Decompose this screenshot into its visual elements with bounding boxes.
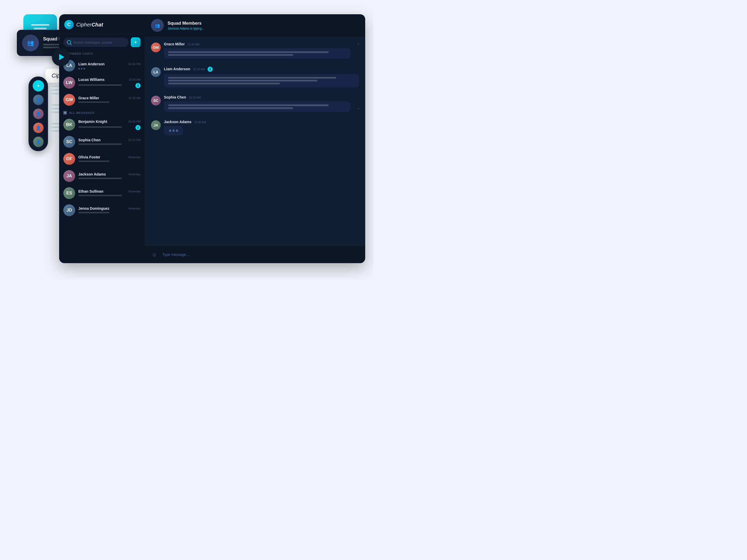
new-chat-button[interactable]: +: [131, 37, 140, 47]
chat-preview-ethan: [78, 195, 122, 196]
chat-content-jenna: Jenna Dominguez Yesterday: [78, 206, 140, 214]
chat-content-lucas: Lucas Williams 10:30 AM 2: [78, 78, 140, 88]
app-logo-text: CipherChat: [76, 22, 103, 28]
chat-name-liam: Liam Anderson: [78, 62, 105, 66]
chat-name-sophia: Sophia Chen: [78, 138, 101, 142]
typing-bubble-jackson: [164, 126, 183, 135]
chat-time-grace: 10:25 AM: [129, 97, 140, 100]
chat-preview-sophia: [78, 143, 122, 145]
msg-bubble-liam: [164, 74, 359, 87]
msg-badge-liam: 2: [207, 66, 213, 72]
app-logo-icon: C: [64, 20, 74, 29]
pill-avatar-1[interactable]: 👤: [33, 94, 44, 106]
chat-name-benjamin: Benjamin Knight: [78, 119, 107, 124]
chat-avatar-jenna: JD: [63, 204, 75, 216]
message-liam-anderson: LA Liam Anderson 10:30 AM 2: [151, 66, 359, 89]
chat-content-benjamin: Benjamin Knight 08:45 PM 1: [78, 119, 140, 130]
msg-content-grace: Grace Miller 10:30 AM: [164, 42, 351, 60]
chat-preview-jackson: [78, 178, 122, 179]
chat-avatar-ethan: ES: [63, 187, 75, 199]
chat-name-olivia: Olivia Foster: [78, 155, 100, 159]
chat-item-sophia-chen[interactable]: SC Sophia Chen 07:23 PM: [59, 133, 145, 150]
message-jackson-typing: JA Jackson Adams 10:30 AM: [151, 120, 359, 135]
chat-time-liam: 04:50 PM: [128, 62, 140, 65]
chat-time-ethan: Yesterday: [128, 190, 140, 193]
message-sophia-chen: SC Sophia Chen 10:30 AM: [151, 95, 359, 113]
bubble-line-1: [31, 24, 49, 26]
msg-avatar-liam: LA: [151, 67, 161, 77]
bubble-line-2: [34, 28, 47, 29]
search-placeholder: Search messages, people: [73, 41, 112, 44]
decoration-dot-1: [358, 43, 359, 45]
emoji-button[interactable]: ☺: [150, 250, 159, 259]
chat-avatar-jackson: JA: [63, 170, 75, 182]
messages-icon: [63, 111, 67, 114]
chat-item-jenna-dominguez[interactable]: JD Jenna Dominguez Yesterday: [59, 202, 145, 219]
msg-time-liam: 10:30 AM: [193, 68, 205, 71]
app-header: C CipherChat: [59, 14, 145, 34]
pill-avatar-4[interactable]: 👤: [33, 136, 44, 148]
unread-badge-lucas: 2: [135, 83, 140, 88]
chat-item-grace-miller[interactable]: GM Grace Miller 10:25 AM: [59, 91, 145, 108]
chat-time-olivia: Yesterday: [128, 156, 140, 159]
chat-content-grace: Grace Miller 10:25 AM: [78, 96, 140, 104]
send-button-circle[interactable]: [52, 48, 70, 66]
chat-name-jenna: Jenna Dominguez: [78, 206, 109, 211]
messages-area: GM Grace Miller 10:30 AM: [145, 37, 365, 246]
chat-item-benjamin-knight[interactable]: BK Benjamin Knight 08:45 PM 1: [59, 116, 145, 133]
chat-avatar-benjamin: BK: [63, 119, 75, 131]
all-messages-label: ALL MESSAGES: [69, 111, 95, 114]
msg-avatar-sophia: SC: [151, 96, 161, 106]
logo-bold: Chat: [92, 22, 103, 27]
pill-add-button[interactable]: +: [33, 80, 44, 91]
chat-window: 👥 Squad Members Jackson Adams is typing.…: [145, 14, 365, 263]
chat-name-grace: Grace Miller: [78, 96, 99, 100]
msg-bubble-grace: [164, 48, 351, 59]
message-input-bar: ☺ Type message...: [145, 246, 365, 263]
chat-item-olivia-foster[interactable]: OF Olivia Foster Yesterday: [59, 150, 145, 167]
chat-name-ethan: Ethan Sullivan: [78, 189, 103, 193]
chat-content-ethan: Ethan Sullivan Yesterday: [78, 189, 140, 197]
header-avatar: 👥: [151, 19, 164, 32]
send-icon: [59, 54, 64, 60]
header-info: Squad Members Jackson Adams is typing...: [168, 21, 359, 30]
chat-content-jackson: Jackson Adams Yesterday: [78, 172, 140, 180]
message-input-field[interactable]: Type message...: [162, 252, 360, 257]
decoration-dot-2: [358, 108, 359, 109]
msg-time-grace: 10:30 AM: [187, 43, 199, 46]
contacts-pill: + 👤 👤 👤 👤: [28, 77, 48, 151]
pill-avatar-2[interactable]: 👤: [33, 108, 44, 119]
chat-item-liam-anderson[interactable]: LA Liam Anderson 04:50 PM: [59, 57, 145, 74]
pill-avatar-3[interactable]: 👤: [33, 122, 44, 134]
chat-avatar-sophia: SC: [63, 136, 75, 148]
search-input-wrap[interactable]: Search messages, people: [63, 37, 129, 47]
msg-name-sophia: Sophia Chen: [164, 95, 186, 99]
app-container: C CipherChat Search messages, people + P…: [59, 14, 365, 263]
chat-name-lucas: Lucas Williams: [78, 78, 105, 82]
chat-preview-lucas: [78, 84, 122, 86]
chat-content-olivia: Olivia Foster Yesterday: [78, 155, 140, 163]
chat-item-jackson-adams[interactable]: JA Jackson Adams Yesterday: [59, 167, 145, 185]
chat-preview-jenna: [78, 212, 109, 213]
chat-list-panel: C CipherChat Search messages, people + P…: [59, 14, 145, 263]
chat-window-header: 👥 Squad Members Jackson Adams is typing.…: [145, 14, 365, 37]
msg-content-sophia: Sophia Chen 10:30 AM: [164, 95, 351, 113]
pinned-chats-label: PINNED CHATS: [69, 52, 93, 55]
msg-time-sophia: 10:30 AM: [189, 96, 201, 99]
message-grace-miller: GM Grace Miller 10:30 AM: [151, 42, 359, 60]
chat-preview-olivia: [78, 160, 109, 162]
search-icon: [67, 40, 71, 44]
msg-name-liam: Liam Anderson: [164, 67, 190, 71]
msg-bubble-sophia: [164, 101, 351, 112]
pinned-chats-section-header: PINNED CHATS: [59, 49, 145, 57]
chat-content-sophia: Sophia Chen 07:23 PM: [78, 138, 140, 146]
chat-item-lucas-williams[interactable]: LW Lucas Williams 10:30 AM 2: [59, 74, 145, 91]
msg-avatar-grace: GM: [151, 43, 161, 52]
chat-item-ethan-sullivan[interactable]: ES Ethan Sullivan Yesterday: [59, 185, 145, 202]
chat-time-lucas: 10:30 AM: [129, 78, 140, 81]
svg-rect-1: [64, 112, 66, 113]
search-bar: Search messages, people +: [63, 37, 140, 47]
chat-preview-grace: [78, 101, 109, 103]
msg-avatar-jackson: JA: [151, 120, 161, 130]
squad-avatar: 👥: [22, 34, 39, 51]
